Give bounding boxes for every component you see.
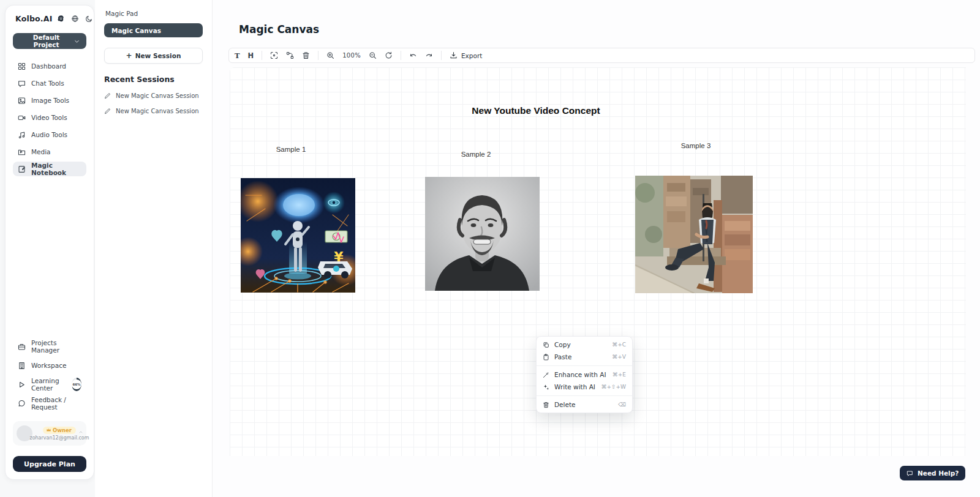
- brain-logo-icon: [57, 15, 65, 23]
- sidebar: Kolbo.AI Default Project Dashboard Chat …: [5, 5, 94, 480]
- sidebar-item-audio-tools[interactable]: Audio Tools: [13, 127, 86, 142]
- sidebar-item-label: Video Tools: [31, 114, 67, 121]
- plus-icon: +: [126, 51, 132, 60]
- undo-button[interactable]: [409, 51, 417, 59]
- help-chat-icon: [907, 470, 913, 477]
- canvas-toolbar: T H 100% Export: [228, 48, 975, 63]
- zoom-in-icon: [326, 51, 334, 59]
- sidebar-item-label: Audio Tools: [31, 131, 67, 138]
- feedback-bubble-icon: [18, 400, 26, 408]
- context-menu-item-paste[interactable]: Paste ⌘+V: [537, 351, 632, 363]
- export-label: Export: [461, 52, 482, 59]
- caret-icon: [78, 430, 83, 435]
- text-tool-button[interactable]: T: [235, 51, 240, 60]
- redo-button[interactable]: [425, 51, 433, 59]
- zoom-out-button[interactable]: [369, 51, 377, 59]
- export-button[interactable]: Export: [450, 51, 482, 59]
- learning-progress-ring: 66%: [72, 378, 81, 391]
- session-label: New Magic Canvas Session: [116, 92, 199, 99]
- session-panel: Magic Pad Magic Canvas + New Session Rec…: [95, 0, 213, 497]
- brand-logo: Kolbo.AI: [15, 14, 53, 23]
- play-icon: [18, 381, 26, 389]
- session-list-item[interactable]: New Magic Canvas Session: [104, 92, 203, 99]
- need-help-button[interactable]: Need Help?: [900, 466, 965, 480]
- pencil-icon: [104, 92, 111, 99]
- sidebar-item-label: Chat Tools: [31, 80, 64, 87]
- sample-1-label[interactable]: Sample 1: [263, 146, 318, 153]
- user-account-card[interactable]: Owner zoharvan12@gmail.com: [13, 421, 86, 446]
- reset-view-button[interactable]: [385, 51, 393, 59]
- session-list-item[interactable]: New Magic Canvas Session: [104, 108, 203, 114]
- shortcut: ⌘+C: [612, 342, 626, 348]
- sidebar-item-video-tools[interactable]: Video Tools: [13, 110, 86, 125]
- sidebar-item-image-tools[interactable]: Image Tools: [13, 93, 86, 108]
- sidebar-item-label: Projects Manager: [31, 339, 81, 354]
- reset-rotate-icon: [385, 51, 393, 59]
- sidebar-item-chat-tools[interactable]: Chat Tools: [13, 76, 86, 91]
- chat-icon: [18, 80, 26, 88]
- sidebar-item-learning-center[interactable]: Learning Center 66%: [13, 377, 86, 392]
- context-menu-divider: [537, 365, 632, 366]
- sample-2-label[interactable]: Sample 2: [448, 151, 503, 158]
- role-badge-label: Owner: [53, 427, 72, 433]
- video-camera-icon: [18, 114, 26, 122]
- undo-icon: [409, 51, 417, 59]
- need-help-label: Need Help?: [918, 469, 959, 477]
- new-session-label: New Session: [135, 52, 181, 59]
- tab-magic-pad[interactable]: Magic Pad: [104, 9, 203, 23]
- pencil-icon: [104, 108, 111, 114]
- copy-icon: [543, 342, 549, 348]
- upgrade-plan-button[interactable]: Upgrade Plan: [13, 456, 86, 472]
- sidebar-item-workspace[interactable]: Workspace: [13, 358, 86, 373]
- sidebar-item-magic-notebook[interactable]: Magic Notebook: [13, 162, 86, 176]
- project-selector-label: Default Project: [19, 34, 74, 48]
- context-menu-item-enhance-with-ai[interactable]: Enhance with AI ⌘+E: [537, 368, 632, 381]
- notebook-pen-icon: [18, 165, 26, 173]
- toolbar-divider: [262, 51, 262, 60]
- sidebar-item-label: Image Tools: [31, 97, 69, 104]
- delete-tool-button[interactable]: [302, 51, 310, 59]
- toolbar-divider: [441, 51, 442, 60]
- sidebar-nav: Dashboard Chat Tools Image Tools Video T…: [13, 59, 86, 176]
- sidebar-item-projects-manager[interactable]: Projects Manager: [13, 339, 86, 354]
- redo-icon: [425, 51, 433, 59]
- learning-progress-value: 66%: [72, 379, 81, 389]
- frame-select-icon: [270, 51, 278, 59]
- tab-magic-canvas[interactable]: Magic Canvas: [104, 23, 203, 37]
- sidebar-footer-nav: Projects Manager Workspace Learning Cent…: [13, 339, 86, 472]
- session-list: New Magic Canvas Session New Magic Canva…: [104, 92, 203, 114]
- sample-2-image[interactable]: [425, 177, 540, 291]
- sidebar-item-feedback-request[interactable]: Feedback / Request: [13, 396, 86, 411]
- sidebar-item-label: Media: [31, 148, 51, 155]
- download-icon: [450, 51, 458, 59]
- trash-icon: [302, 51, 310, 59]
- language-globe-icon[interactable]: [71, 15, 79, 23]
- project-selector[interactable]: Default Project: [13, 33, 86, 49]
- sample-3-image[interactable]: [635, 176, 753, 293]
- sidebar-item-dashboard[interactable]: Dashboard: [13, 59, 86, 73]
- dark-mode-moon-icon[interactable]: [85, 15, 93, 23]
- heading-tool-button[interactable]: H: [248, 51, 254, 60]
- sidebar-item-media[interactable]: Media: [13, 144, 86, 159]
- toolbar-divider: [401, 51, 401, 60]
- context-menu-item-copy[interactable]: Copy ⌘+C: [537, 338, 632, 351]
- briefcase-icon: [18, 343, 26, 351]
- sparkles-icon: [543, 384, 549, 390]
- canvas-heading-text[interactable]: New Youtube Video Concept: [407, 105, 665, 116]
- context-menu-divider: [537, 395, 632, 396]
- building-icon: [18, 362, 26, 370]
- context-menu-item-write-with-ai[interactable]: Write with AI ⌘+⇧+W: [537, 381, 632, 393]
- role-badge: Owner: [43, 427, 76, 434]
- connector-tool-button[interactable]: [286, 51, 294, 59]
- paste-clipboard-icon: [543, 354, 549, 361]
- ai-select-tool-button[interactable]: [270, 51, 278, 59]
- sample-1-image[interactable]: ¥: [241, 178, 355, 293]
- context-menu-item-delete[interactable]: Delete ⌫: [537, 398, 632, 411]
- shortcut: ⌘+E: [612, 372, 626, 378]
- new-session-button[interactable]: + New Session: [104, 48, 203, 64]
- sidebar-item-label: Feedback / Request: [31, 396, 81, 411]
- sample-3-label[interactable]: Sample 3: [668, 142, 723, 149]
- recent-sessions-heading: Recent Sessions: [104, 75, 203, 84]
- music-note-icon: [18, 131, 26, 139]
- zoom-in-button[interactable]: [326, 51, 334, 59]
